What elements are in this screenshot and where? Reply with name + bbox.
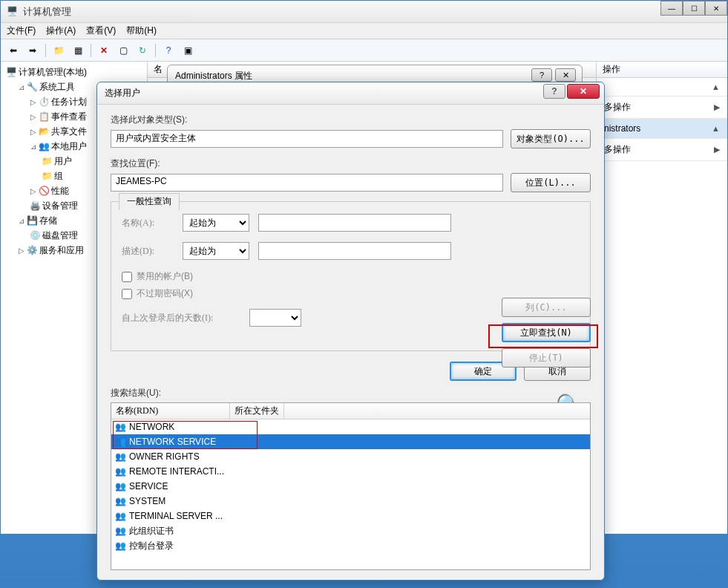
cloud-icon: ☁ bbox=[682, 572, 691, 583]
days-select[interactable] bbox=[249, 309, 301, 327]
chevron-right-icon: ▶ bbox=[714, 145, 720, 154]
columns-button[interactable]: 列(C)... bbox=[502, 298, 591, 317]
result-row[interactable]: 👥TERMINAL SERVER ... bbox=[111, 509, 590, 523]
collapse-icon[interactable]: ⊿ bbox=[29, 143, 38, 151]
result-row[interactable]: 👥NETWORK SERVICE bbox=[111, 434, 590, 449]
disk-icon: 💿 bbox=[29, 229, 41, 241]
app-icon: 🖥️ bbox=[7, 6, 19, 18]
user-group-icon: 👥 bbox=[114, 540, 126, 552]
object-types-button[interactable]: 对象类型(O)... bbox=[511, 129, 591, 148]
props-close-button[interactable]: ✕ bbox=[555, 68, 576, 82]
up-button[interactable]: 📁 bbox=[50, 42, 67, 59]
clock-icon: ⏱️ bbox=[38, 96, 50, 108]
list-icon: ▦ bbox=[74, 45, 82, 56]
delete-button[interactable]: ✕ bbox=[96, 42, 112, 59]
menu-action[interactable]: 操作(A) bbox=[46, 24, 76, 37]
result-name: REMOTE INTERACTI... bbox=[129, 466, 224, 477]
user-group-icon: 👥 bbox=[114, 525, 126, 537]
maximize-button[interactable]: ☐ bbox=[683, 1, 705, 16]
actions-group[interactable]: ▲ bbox=[597, 78, 727, 97]
refresh-icon: ↻ bbox=[139, 45, 146, 56]
actions-more-1[interactable]: 多操作▶ bbox=[597, 97, 727, 119]
menu-help[interactable]: 帮助(H) bbox=[126, 24, 157, 37]
results-col-name[interactable]: 名称(RDN) bbox=[111, 403, 230, 419]
chevron-up-icon: ▲ bbox=[712, 124, 720, 133]
dialog-help-button[interactable]: ? bbox=[543, 84, 565, 99]
menubar: 文件(F) 操作(A) 查看(V) 帮助(H) bbox=[1, 23, 727, 39]
results-rows[interactable]: 👥NETWORK👥NETWORK SERVICE👥OWNER RIGHTS👥RE… bbox=[111, 419, 590, 570]
result-row[interactable]: 👥SERVICE bbox=[111, 479, 590, 494]
minimize-button[interactable]: — bbox=[660, 1, 683, 16]
result-row[interactable]: 👥SYSTEM bbox=[111, 494, 590, 509]
x-red-icon: ✕ bbox=[100, 45, 108, 56]
watermark: ☁ 亿速云 bbox=[682, 571, 721, 584]
user-group-icon: 👥 bbox=[114, 451, 126, 463]
find-now-button[interactable]: 立即查找(N) bbox=[502, 323, 591, 342]
result-row[interactable]: 👥此组织证书 bbox=[111, 523, 590, 538]
toolbar: ⬅ ➡ 📁 ▦ ✕ ▢ ↻ ? ▣ bbox=[1, 39, 727, 62]
actions-administrators[interactable]: nistrators▲ bbox=[597, 119, 727, 139]
result-row[interactable]: 👥REMOTE INTERACTI... bbox=[111, 464, 590, 479]
object-type-label: 选择此对象类型(S): bbox=[111, 114, 591, 126]
expand-icon[interactable]: ▷ bbox=[29, 187, 38, 195]
results-col-folder[interactable]: 所在文件夹 bbox=[230, 403, 284, 419]
name-input[interactable] bbox=[258, 214, 451, 232]
stop-button[interactable]: 停止(T) bbox=[502, 348, 591, 368]
results-area: 确定 取消 搜索结果(U): 名称(RDN) 所在文件夹 👥NETWORK👥NE… bbox=[111, 362, 591, 570]
folder-up-icon: 📁 bbox=[53, 45, 65, 56]
locations-button[interactable]: 位置(L)... bbox=[511, 173, 591, 192]
name-match-select[interactable]: 起始为 bbox=[183, 214, 249, 232]
desc-match-select[interactable]: 起始为 bbox=[183, 242, 249, 260]
result-row[interactable]: 👥NETWORK bbox=[111, 419, 590, 434]
disabled-accounts-checkbox[interactable]: 禁用的帐户(B) bbox=[122, 270, 580, 283]
tools-icon: 🔧 bbox=[26, 81, 38, 93]
result-row[interactable]: 👥控制台登录 bbox=[111, 538, 590, 553]
props-title: Administrators 属性 bbox=[175, 70, 252, 82]
collapse-icon[interactable]: ⊿ bbox=[17, 83, 26, 91]
storage-icon: 💾 bbox=[26, 215, 38, 226]
actions-more-2[interactable]: 多操作▶ bbox=[597, 139, 727, 161]
folder-icon: 📁 bbox=[41, 155, 53, 167]
main-titlebar: 🖥️ 计算机管理 — ☐ ✕ bbox=[1, 1, 727, 23]
result-row[interactable]: 👥OWNER RIGHTS bbox=[111, 449, 590, 464]
close-icon: ✕ bbox=[580, 86, 587, 97]
perf-icon: 🚫 bbox=[38, 185, 50, 197]
common-queries-tab[interactable]: 一般性查询 bbox=[119, 193, 180, 210]
dialog-close-button[interactable]: ✕ bbox=[567, 84, 600, 99]
event-icon: 📋 bbox=[38, 111, 50, 122]
expand-icon[interactable]: ▷ bbox=[29, 113, 38, 121]
result-name: SERVICE bbox=[129, 481, 168, 491]
user-group-icon: 👥 bbox=[114, 495, 126, 507]
select-dialog-titlebar[interactable]: 选择用户 ? ✕ bbox=[97, 82, 604, 105]
tree-root[interactable]: 🖥️计算机管理(本地) bbox=[2, 65, 145, 79]
desc-input[interactable] bbox=[258, 242, 451, 260]
back-button[interactable]: ⬅ bbox=[5, 42, 22, 59]
box-icon: ▣ bbox=[184, 45, 192, 56]
props-help-button[interactable]: ? bbox=[531, 68, 552, 82]
properties-button[interactable]: ▦ bbox=[70, 42, 86, 59]
menu-file[interactable]: 文件(F) bbox=[7, 24, 36, 37]
expand-icon[interactable]: ▷ bbox=[17, 246, 26, 255]
result-name: NETWORK SERVICE bbox=[129, 437, 216, 447]
actions-panel: 操作 ▲ 多操作▶ nistrators▲ 多操作▶ bbox=[597, 62, 727, 519]
collapse-icon[interactable]: ⊿ bbox=[17, 217, 26, 225]
result-name: 控制台登录 bbox=[129, 540, 174, 552]
expand-icon[interactable]: ▷ bbox=[29, 98, 38, 106]
expand-icon[interactable]: ▷ bbox=[29, 128, 38, 136]
separator bbox=[91, 44, 91, 57]
export-button[interactable]: ▢ bbox=[115, 42, 131, 59]
results-list[interactable]: 名称(RDN) 所在文件夹 👥NETWORK👥NETWORK SERVICE👥O… bbox=[111, 402, 591, 570]
user-group-icon: 👥 bbox=[114, 480, 126, 492]
refresh-button[interactable]: ↻ bbox=[134, 42, 151, 59]
separator bbox=[155, 44, 156, 57]
help-button[interactable]: ? bbox=[160, 42, 177, 59]
extra-button[interactable]: ▣ bbox=[180, 42, 196, 59]
help-icon: ? bbox=[166, 45, 171, 56]
close-button[interactable]: ✕ bbox=[705, 1, 727, 16]
menu-view[interactable]: 查看(V) bbox=[86, 24, 116, 37]
page-icon: ▢ bbox=[119, 45, 128, 56]
arrow-left-icon: ⬅ bbox=[10, 45, 17, 56]
user-group-icon: 👥 bbox=[114, 436, 126, 448]
forward-button[interactable]: ➡ bbox=[24, 42, 41, 59]
result-name: 此组织证书 bbox=[129, 525, 174, 538]
